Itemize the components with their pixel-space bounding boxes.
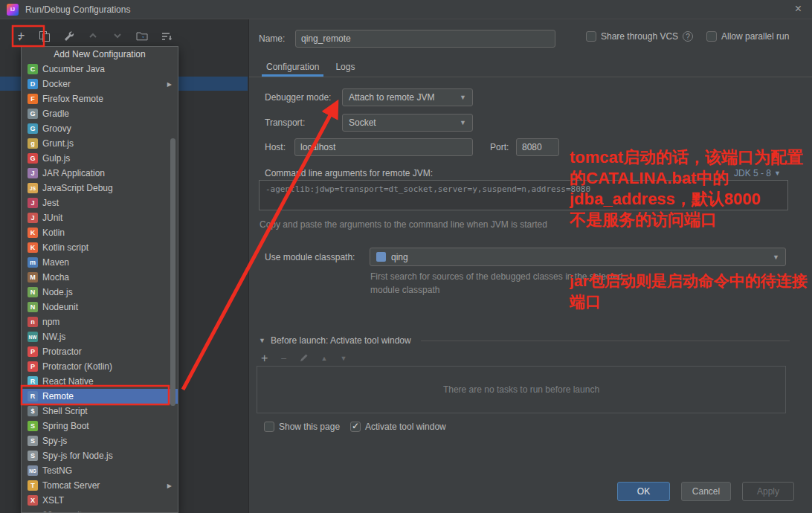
config-type-node-js[interactable]: NNode.js (22, 285, 178, 300)
testng-icon: NG (28, 465, 38, 476)
config-type-label: Spy-js (42, 436, 67, 446)
config-type-gradle[interactable]: GGradle (22, 106, 178, 121)
jdk-version-select[interactable]: JDK 5 - 8 ▼ (734, 168, 781, 178)
config-type-tomcat-server[interactable]: TTomcat Server▶ (22, 478, 178, 493)
config-type-javascript-debug[interactable]: JSJavaScript Debug (22, 181, 178, 196)
config-type-shell-script[interactable]: $Shell Script (22, 404, 178, 419)
folder-icon (136, 30, 148, 41)
add-configuration-button[interactable]: +▾ (12, 28, 27, 43)
add-task-button[interactable]: + (261, 352, 268, 365)
jvm-args-value: -agentlib:jdwp=transport=dt_socket,serve… (265, 184, 590, 194)
config-type-npm[interactable]: nnpm (22, 314, 178, 329)
module-hint-line1: First search for sources of the debugged… (370, 271, 623, 282)
config-type-gulp-js[interactable]: GGulp.js (22, 151, 178, 166)
config-type-mocha[interactable]: MMocha (22, 270, 178, 285)
config-type-label: React Native (42, 376, 94, 387)
config-type-nodeunit[interactable]: NNodeunit (22, 300, 178, 314)
port-input[interactable] (516, 138, 559, 156)
host-input[interactable] (294, 138, 473, 156)
cancel-button[interactable]: Cancel (681, 482, 731, 501)
allow-parallel-checkbox[interactable] (706, 31, 717, 42)
config-type-react-native[interactable]: RReact Native (22, 374, 178, 389)
config-type-spy-js-for-node-js[interactable]: SSpy-js for Node.js (22, 448, 178, 463)
edit-task-button[interactable] (300, 352, 309, 364)
config-type-nw-js[interactable]: NWNW.js (22, 329, 178, 344)
config-type-kotlin[interactable]: KKotlin (22, 225, 178, 240)
config-type-label: Kotlin (42, 228, 65, 238)
edit-templates-button[interactable] (61, 28, 76, 43)
module-hint-line2: module classpath (370, 285, 439, 295)
popup-scrollbar[interactable] (170, 138, 175, 406)
config-type-groovy[interactable]: GGroovy (22, 121, 178, 136)
config-type-maven[interactable]: mMaven (22, 255, 178, 270)
module-classpath-select[interactable]: qing ▼ (370, 248, 786, 266)
config-type-label: Groovy (42, 123, 71, 134)
debugger-mode-value: Attach to remote JVM (349, 92, 434, 103)
chevron-down-icon (113, 31, 122, 40)
config-type-spring-boot[interactable]: SSpring Boot (22, 419, 178, 433)
module-classpath-value: qing (391, 252, 408, 262)
config-type-label: Tomcat Server (42, 480, 100, 491)
config-type-jar-application[interactable]: JJAR Application (22, 166, 178, 181)
config-type-label: Gradle (42, 109, 69, 119)
submenu-arrow-icon: ▶ (167, 81, 172, 88)
share-vcs-group[interactable]: Share through VCS ? (586, 31, 693, 42)
react-native-icon: R (28, 376, 38, 387)
npm-icon: n (28, 317, 38, 327)
allow-parallel-label: Allow parallel run (721, 31, 789, 42)
config-type-jest[interactable]: JJest (22, 196, 178, 210)
copy-configuration-button[interactable] (36, 28, 51, 43)
ok-button[interactable]: OK (617, 482, 670, 501)
more-items[interactable]: 26 more items... (22, 508, 178, 513)
allow-parallel-group[interactable]: Allow parallel run (706, 31, 789, 42)
create-folder-button[interactable] (135, 28, 149, 43)
close-icon[interactable]: × (795, 2, 802, 16)
apply-button[interactable]: Apply (742, 482, 794, 501)
protractor-kotlin-icon: P (28, 361, 38, 372)
jest-icon: J (28, 198, 38, 208)
jvm-args-field[interactable]: -agentlib:jdwp=transport=dt_socket,serve… (259, 180, 788, 210)
config-type-kotlin-script[interactable]: KKotlin script (22, 240, 178, 255)
config-type-firefox-remote[interactable]: FFirefox Remote (22, 91, 178, 106)
share-vcs-label: Share through VCS (601, 31, 678, 42)
sort-configurations-button[interactable] (159, 28, 174, 43)
config-type-protractor-kotlin[interactable]: PProtractor (Kotlin) (22, 359, 178, 374)
config-type-label: Node.js (42, 287, 73, 297)
help-icon[interactable]: ? (683, 31, 693, 42)
config-type-grunt-js[interactable]: gGrunt.js (22, 136, 178, 151)
config-type-label: Grunt.js (42, 138, 74, 149)
cucumber-java-icon: C (28, 64, 38, 74)
collapse-icon[interactable]: ▼ (259, 337, 265, 344)
before-launch-header: ▼ Before launch: Activate tool window (259, 335, 790, 346)
activate-tool-window-group[interactable]: Activate tool window (350, 422, 446, 432)
activate-tool-window-checkbox[interactable] (350, 422, 361, 432)
share-vcs-checkbox[interactable] (586, 31, 596, 42)
config-type-testng[interactable]: NGTestNG (22, 463, 178, 478)
task-down-button[interactable]: ▼ (340, 355, 347, 362)
config-type-protractor[interactable]: PProtractor (22, 344, 178, 359)
config-type-cucumber-java[interactable]: CCucumber Java (22, 62, 178, 77)
config-type-docker[interactable]: DDocker▶ (22, 77, 178, 91)
config-type-remote[interactable]: RRemote (22, 389, 178, 404)
task-up-button[interactable]: ▲ (321, 355, 328, 362)
junit-icon: J (28, 213, 38, 223)
show-this-page-group[interactable]: Show this page (264, 422, 340, 432)
tab-logs[interactable]: Logs (327, 58, 363, 77)
tab-configuration[interactable]: Configuration (258, 58, 327, 77)
config-type-junit[interactable]: JJUnit (22, 210, 178, 225)
name-input[interactable] (295, 30, 555, 48)
nodeunit-icon: N (28, 302, 38, 312)
shell-script-icon: $ (28, 406, 38, 416)
nodejs-icon: N (28, 287, 38, 297)
move-up-button[interactable] (86, 28, 100, 43)
config-type-label: Jest (42, 198, 59, 208)
transport-select[interactable]: Socket ▼ (342, 114, 473, 132)
debugger-mode-select[interactable]: Attach to remote JVM ▼ (342, 88, 473, 106)
config-type-xslt[interactable]: XXSLT (22, 493, 178, 508)
config-type-spy-js[interactable]: SSpy-js (22, 433, 178, 448)
remove-task-button[interactable]: − (280, 352, 286, 364)
move-down-button[interactable] (110, 28, 125, 43)
show-this-page-checkbox[interactable] (264, 422, 274, 432)
configurations-toolbar: +▾ (12, 28, 174, 43)
config-type-label: Spy-js for Node.js (42, 451, 113, 461)
